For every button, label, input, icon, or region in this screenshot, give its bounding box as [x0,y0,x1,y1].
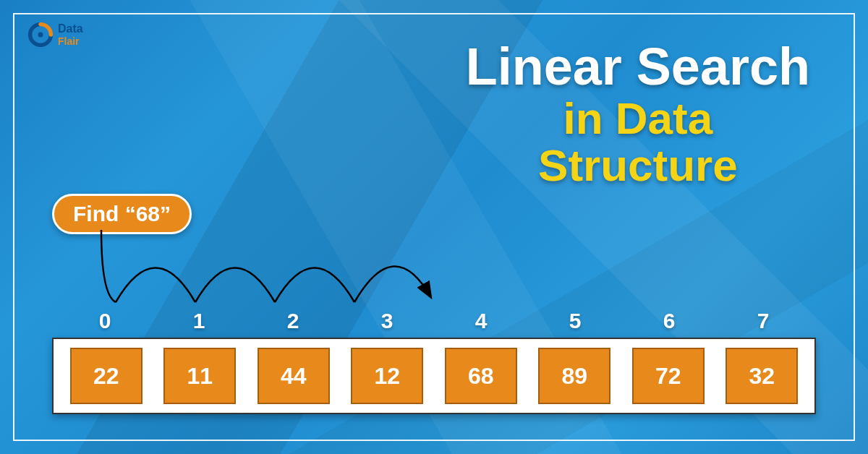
logo-text-top: Data [58,23,83,35]
logo-text: Data Flair [58,23,83,46]
array-cell: 11 [163,348,236,404]
title-line-2: in Data [466,95,810,142]
index-label: 1 [163,309,235,333]
search-path-arrows [61,223,438,309]
index-label: 2 [257,309,329,333]
index-label: 6 [633,309,705,333]
logo-text-bottom: Flair [58,36,83,46]
title-line-1: Linear Search [466,40,810,95]
svg-point-0 [38,32,43,37]
index-label: 4 [445,309,517,333]
array-visualization: 0 1 2 3 4 5 6 7 22 11 44 12 68 89 72 32 [52,309,816,414]
array-cell: 22 [70,348,142,404]
logo-icon [27,22,54,48]
array-box: 22 11 44 12 68 89 72 32 [52,338,816,414]
brand-logo: Data Flair [27,22,83,48]
main-title: Linear Search in Data Structure [466,40,810,189]
array-cell: 32 [726,348,798,404]
array-cell: 68 [445,348,517,404]
title-line-3: Structure [466,142,810,189]
index-row: 0 1 2 3 4 5 6 7 [52,309,816,333]
index-label: 7 [727,309,799,333]
array-cell: 89 [538,348,610,404]
array-cell: 12 [351,348,423,404]
index-label: 0 [69,309,141,333]
array-cell: 72 [632,348,705,404]
array-cell: 44 [258,348,330,404]
index-label: 3 [351,309,423,333]
index-label: 5 [539,309,611,333]
